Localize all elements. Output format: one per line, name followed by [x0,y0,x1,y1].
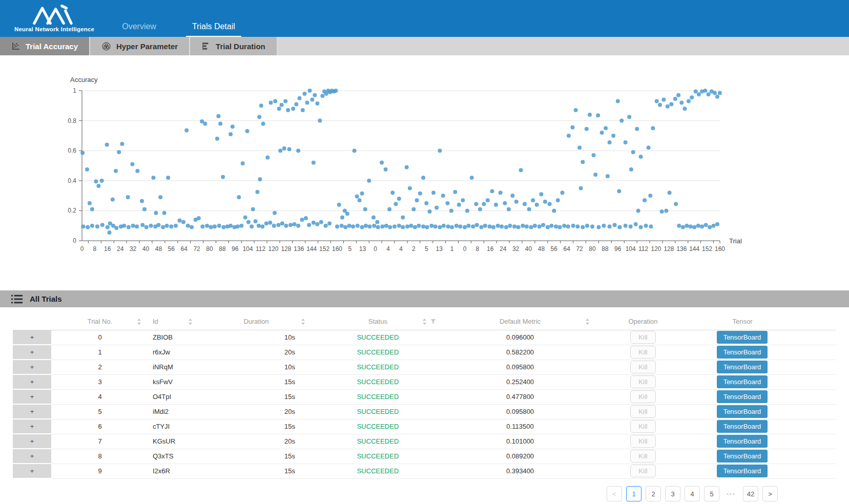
pagination-page-3[interactable]: 3 [665,486,680,501]
tensorboard-button[interactable]: TensorBoard [717,465,768,477]
table-row: +2iNRqM10sSUCCEEDED0.095800KillTensorBoa… [13,360,836,374]
expand-button[interactable]: + [13,360,51,374]
pagination-page-5[interactable]: 5 [704,486,719,501]
expand-button[interactable]: + [13,464,51,478]
tensor-cell: TensorBoard [689,464,836,478]
kill-button[interactable]: Kill [630,390,655,403]
tensorboard-button[interactable]: TensorBoard [717,405,768,418]
kill-button[interactable]: Kill [630,331,655,344]
kill-button[interactable]: Kill [630,405,655,418]
scatter-point [345,212,349,216]
kill-button[interactable]: Kill [630,375,655,388]
scatter-point [510,194,514,198]
column-header-tensor: Tensor [689,313,836,330]
tensor-cell: TensorBoard [689,389,836,404]
scatter-point [434,206,439,210]
column-header-trialNo[interactable]: Trial No. [51,313,149,330]
scatter-point [585,127,589,131]
tensorboard-button[interactable]: TensorBoard [717,331,768,344]
accuracy-scatter-chart[interactable]: 00.20.40.60.8108162432404856647280889610… [0,67,849,255]
scatter-point [664,208,668,213]
kill-button[interactable]: Kill [630,450,655,463]
scatter-point [106,225,110,229]
expand-button[interactable]: + [13,374,51,389]
expand-button[interactable]: + [13,404,51,419]
scatter-point [356,224,360,228]
tensorboard-button[interactable]: TensorBoard [717,420,768,433]
scatter-point [648,194,652,198]
column-header-id[interactable]: Id [149,313,200,330]
expand-button[interactable]: + [13,345,51,360]
status-badge: SUCCEEDED [357,437,399,445]
scatter-point [535,203,539,207]
nav-tab-trials-detail[interactable]: Trials Detail [186,19,241,37]
filter-icon[interactable] [430,319,436,324]
scatter-point [108,230,112,235]
trial-id-cell: iMdi2 [149,404,200,419]
tab-trial-accuracy[interactable]: Trial Accuracy [0,37,90,55]
column-header-metric[interactable]: Default Metric [443,313,597,330]
pagination-page-4[interactable]: 4 [685,486,700,501]
scatter-point [305,100,309,104]
tensorboard-button[interactable]: TensorBoard [717,390,768,403]
kill-button[interactable]: Kill [630,435,655,448]
chart-tab-bar: Trial AccuracyHyper ParameterTrial Durat… [0,37,849,55]
pagination-page-1[interactable]: 1 [626,486,641,501]
scatter-point [149,224,153,228]
scatter-point [347,224,351,228]
expand-button[interactable]: + [13,449,51,464]
expand-button[interactable]: + [13,419,51,434]
tab-trial-duration[interactable]: Trial Duration [190,37,278,55]
pagination-page-2[interactable]: 2 [646,486,661,501]
bars-icon [201,41,211,51]
scatter-point [197,216,201,220]
scatter-point [433,224,438,228]
scatter-point [315,222,319,226]
kill-button[interactable]: Kill [630,465,655,477]
column-header-icons [422,318,436,325]
expand-button[interactable]: + [13,389,51,404]
kill-button[interactable]: Kill [630,420,655,433]
status-cell: SUCCEEDED [313,434,443,449]
scatter-point [257,115,261,119]
x-tick-label: 56 [551,245,558,253]
scatter-point [287,147,292,151]
kill-button[interactable]: Kill [630,346,655,359]
tensorboard-button[interactable]: TensorBoard [717,361,768,373]
column-header-duration[interactable]: Duration [200,313,313,330]
x-tick-label: 8 [476,245,480,253]
kill-button[interactable]: Kill [630,361,655,373]
nav-tab-overview[interactable]: Overview [116,19,162,37]
table-row: +0ZBIOB10sSUCCEEDED0.096000KillTensorBoa… [13,330,836,345]
pagination-prev-button[interactable]: < [607,486,622,501]
scatter-point [215,137,219,141]
scatter-point [320,94,324,98]
nni-logo-icon [29,5,80,25]
scatter-point [368,224,372,228]
scatter-point [471,224,475,228]
tab-hyper-parameter[interactable]: Hyper Parameter [90,37,190,55]
main-nav: OverviewTrials Detail [116,0,265,37]
scatter-point [521,224,525,228]
tensorboard-button[interactable]: TensorBoard [717,435,768,448]
x-tick-label: 152 [702,245,712,253]
scatter-point [184,129,189,133]
tensorboard-button[interactable]: TensorBoard [717,450,768,463]
pagination-next-button[interactable]: > [762,486,778,501]
column-header-status[interactable]: Status [313,313,443,330]
sort-icon[interactable] [422,318,427,325]
scatter-point [245,129,250,133]
sort-icon[interactable] [188,318,193,325]
tensorboard-button[interactable]: TensorBoard [717,346,768,359]
sort-icon[interactable] [585,318,590,325]
expand-button[interactable]: + [13,434,51,449]
pagination-page-42[interactable]: 42 [743,486,758,501]
duration-cell: 20s [200,345,313,360]
sort-icon[interactable] [137,318,141,325]
scatter-point [549,224,553,228]
tensorboard-button[interactable]: TensorBoard [717,375,768,388]
scatter-point [318,119,322,123]
scatter-point [324,224,328,228]
expand-button[interactable]: + [13,330,51,345]
sort-icon[interactable] [301,318,305,325]
